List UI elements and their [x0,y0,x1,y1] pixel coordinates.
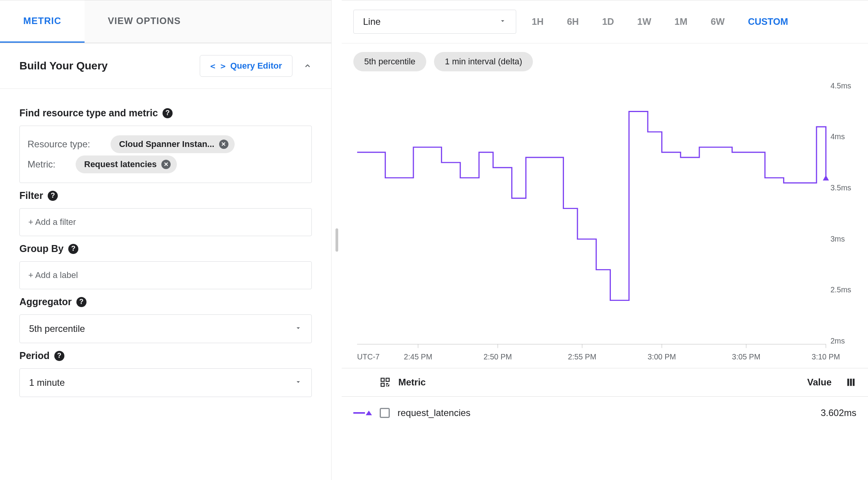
panel-splitter[interactable] [332,0,342,480]
chart-summary-pills: 5th percentile1 min interval (delta) [342,43,868,71]
filter-input[interactable]: + Add a filter [19,208,312,236]
period-select[interactable]: 1 minute [19,368,312,397]
resource-type-chip[interactable]: Cloud Spanner Instan... ✕ [111,135,235,153]
summary-pill: 5th percentile [353,52,426,71]
filter-placeholder: + Add a filter [28,217,76,227]
time-range-custom[interactable]: CUSTOM [748,16,788,27]
legend-row[interactable]: request_latencies 3.602ms [342,397,868,429]
x-tick-label: 2:55 PM [568,352,596,361]
chevron-up-icon [303,62,312,70]
time-range-1h[interactable]: 1H [532,16,544,27]
y-tick-label: 4.5ms [830,81,851,90]
period-label: Period ? [19,350,312,361]
y-tick-label: 3.5ms [830,183,851,192]
groupby-label: Group By ? [19,243,312,254]
help-icon[interactable]: ? [163,108,173,118]
x-tick-label: 2:50 PM [484,352,512,361]
chevron-down-icon [499,16,507,27]
chart-toolbar: Line 1H6H1D1W1M6WCUSTOM [342,0,868,43]
resource-metric-box: Resource type: Cloud Spanner Instan... ✕… [19,126,312,183]
resource-type-value: Cloud Spanner Instan... [119,139,214,149]
svg-rect-12 [853,378,855,386]
svg-rect-9 [381,383,384,386]
metric-value: Request latencies [84,159,157,169]
time-range-1w[interactable]: 1W [637,16,651,27]
filter-label: Filter ? [19,190,312,201]
right-panel: Line 1H6H1D1W1M6WCUSTOM 5th percentile1 … [342,0,868,480]
chart-type-select[interactable]: Line [353,10,516,34]
svg-rect-10 [847,378,849,386]
legend-series-name: request_latencies [398,407,470,418]
legend-checkbox[interactable] [380,408,390,418]
metric-row: Metric: Request latencies ✕ [28,155,304,173]
filter-legend-icon[interactable] [380,377,391,388]
collapse-panel-button[interactable] [303,62,312,70]
series-swatch-icon [353,409,372,417]
resource-type-row: Resource type: Cloud Spanner Instan... ✕ [28,135,304,153]
tab-view-options-label: VIEW OPTIONS [108,16,181,26]
svg-rect-8 [386,378,389,381]
time-range-6w[interactable]: 6W [711,16,724,27]
series-end-marker-icon [823,175,829,181]
timezone-label: UTC-7 [357,352,380,361]
splitter-handle-icon [335,228,338,252]
columns-icon[interactable] [846,377,856,388]
chevron-down-icon [294,377,302,388]
code-icon: < > [210,61,226,71]
y-tick-label: 2.5ms [830,285,851,294]
time-range-1d[interactable]: 1D [602,16,614,27]
remove-chip-icon[interactable]: ✕ [219,140,228,149]
svg-rect-11 [850,378,852,386]
build-query-body: Find resource type and metric ? Resource… [0,89,331,401]
x-tick-label: 2:45 PM [404,352,432,361]
y-tick-label: 4ms [830,132,845,141]
aggregator-label: Aggregator ? [19,296,312,307]
metric-label: Metric: [28,159,70,170]
svg-rect-7 [381,378,384,381]
help-icon[interactable]: ? [76,297,86,307]
chart-series-line [357,111,826,300]
y-tick-label: 3ms [830,235,845,243]
period-value: 1 minute [29,377,65,388]
left-tabs: METRIC VIEW OPTIONS [0,0,331,43]
app-root: METRIC VIEW OPTIONS Build Your Query < >… [0,0,868,480]
help-icon[interactable]: ? [68,244,78,254]
groupby-placeholder: + Add a label [28,270,78,280]
x-tick-label: 3:10 PM [812,352,840,361]
metric-chip[interactable]: Request latencies ✕ [76,155,177,173]
chart-type-value: Line [363,16,380,27]
find-metric-label: Find resource type and metric ? [19,107,312,119]
y-tick-label: 2ms [830,337,845,345]
aggregator-select[interactable]: 5th percentile [19,314,312,343]
resource-type-label: Resource type: [28,139,105,150]
legend-header-value: Value [807,377,832,388]
tab-view-options[interactable]: VIEW OPTIONS [85,0,204,43]
query-editor-label: Query Editor [230,61,282,71]
x-tick-label: 3:05 PM [732,352,760,361]
remove-chip-icon[interactable]: ✕ [161,160,171,169]
chevron-down-icon [294,323,302,334]
left-panel: METRIC VIEW OPTIONS Build Your Query < >… [0,0,332,480]
build-query-title: Build Your Query [19,60,108,72]
build-query-header: Build Your Query < > Query Editor [0,43,331,89]
legend-header-metric: Metric [398,377,426,388]
help-icon[interactable]: ? [54,351,64,361]
legend-header: Metric Value [342,368,868,397]
tab-metric-label: METRIC [23,16,61,26]
build-query-header-right: < > Query Editor [200,55,312,77]
chart-area: 2ms2.5ms3ms3.5ms4ms4.5msUTC-72:45 PM2:50… [342,71,868,368]
time-range-1m[interactable]: 1M [674,16,687,27]
aggregator-value: 5th percentile [29,323,85,334]
x-tick-label: 3:00 PM [648,352,676,361]
legend-series-value: 3.602ms [821,407,856,418]
groupby-input[interactable]: + Add a label [19,261,312,289]
legend-rows: request_latencies 3.602ms [342,397,868,429]
tab-metric[interactable]: METRIC [0,0,85,43]
time-range-6h[interactable]: 6H [567,16,579,27]
time-range-picker: 1H6H1D1W1M6WCUSTOM [532,16,788,27]
summary-pill: 1 min interval (delta) [434,52,533,71]
build-query-panel: Build Your Query < > Query Editor Find r… [0,43,331,401]
line-chart[interactable]: 2ms2.5ms3ms3.5ms4ms4.5msUTC-72:45 PM2:50… [353,78,856,368]
query-editor-button[interactable]: < > Query Editor [200,55,292,77]
help-icon[interactable]: ? [48,191,58,201]
